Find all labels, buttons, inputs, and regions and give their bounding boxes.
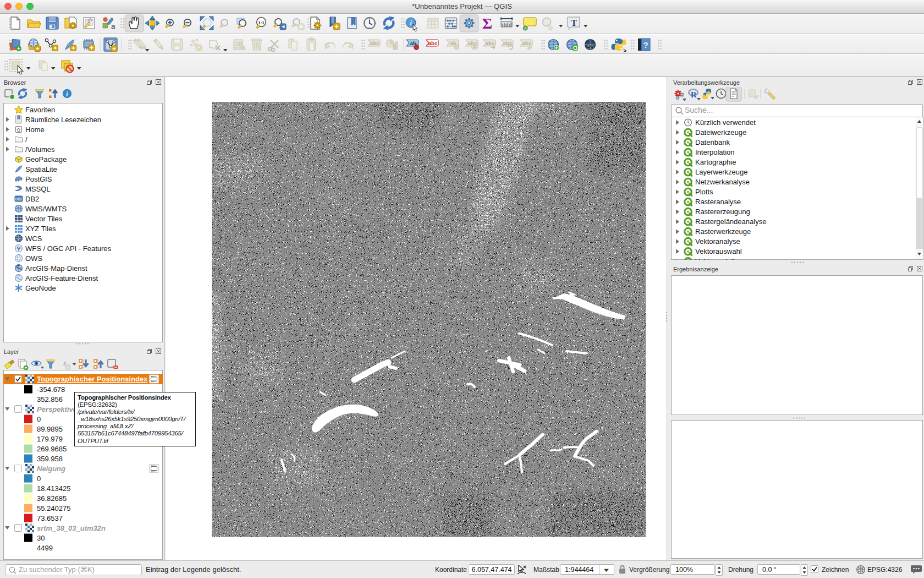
svg-text:abc: abc (428, 40, 437, 46)
svg-text:srtm_38_03_utm32n: srtm_38_03_utm32n (37, 524, 106, 532)
svg-text:SpatiaLite: SpatiaLite (25, 165, 57, 173)
svg-text:/Volumes: /Volumes (25, 145, 55, 154)
svg-text:Home: Home (25, 126, 45, 134)
svg-text:WFS / OGC API - Features: WFS / OGC API - Features (25, 244, 112, 253)
svg-text:GeoPackage: GeoPackage (25, 155, 67, 163)
svg-text:Σ: Σ (482, 15, 492, 32)
svg-text:R: R (691, 90, 697, 99)
svg-text:Dateiwerkzeuge: Dateiwerkzeuge (695, 128, 746, 137)
svg-text:Rastererzeugung: Rastererzeugung (695, 208, 750, 216)
svg-text:Rasterwerkzeuge: Rasterwerkzeuge (695, 227, 751, 236)
svg-text:abc: abc (522, 40, 531, 46)
svg-text:55.240275: 55.240275 (37, 504, 70, 512)
svg-text:89.9895: 89.9895 (37, 425, 63, 433)
svg-text:Netzwerkanalyse: Netzwerkanalyse (695, 178, 750, 186)
svg-text:Vector Tiles: Vector Tiles (25, 215, 63, 223)
svg-text:36.82685: 36.82685 (37, 494, 67, 503)
svg-text:Rasteranalyse: Rasteranalyse (695, 198, 741, 206)
svg-text:?: ? (643, 40, 648, 50)
svg-text:Vektoranalyse: Vektoranalyse (695, 237, 740, 246)
svg-text:269.9685: 269.9685 (37, 445, 67, 453)
svg-text:-354.678: -354.678 (37, 385, 65, 394)
svg-text:a: a (111, 22, 116, 30)
svg-text:OWS: OWS (25, 254, 42, 263)
svg-text:0: 0 (37, 415, 41, 423)
svg-text:i: i (410, 19, 412, 27)
svg-text:Interpolation: Interpolation (695, 148, 735, 156)
svg-text:Kartographie: Kartographie (695, 158, 736, 166)
svg-text:Topographischer Positionsindex: Topographischer Positionsindex (37, 375, 148, 383)
svg-text:Datenbank: Datenbank (695, 138, 730, 146)
svg-text:PostGIS: PostGIS (25, 175, 52, 183)
svg-text:73.6537: 73.6537 (37, 514, 63, 522)
svg-text:Neigung: Neigung (37, 465, 65, 473)
svg-text:Perspektive: Perspektive (37, 405, 77, 413)
svg-text:Layerwerkzeuge: Layerwerkzeuge (695, 168, 747, 176)
svg-text:XYZ Tiles: XYZ Tiles (25, 225, 56, 233)
svg-text:Vektorerstellung: Vektorerstellung (695, 257, 746, 260)
svg-text:DB2: DB2 (25, 195, 39, 203)
svg-text:abc: abc (370, 40, 379, 46)
svg-text:WMS/WMTS: WMS/WMTS (25, 205, 67, 213)
svg-text:18.413425: 18.413425 (37, 484, 70, 493)
svg-text:Räumliche Lesezeichen: Räumliche Lesezeichen (25, 116, 101, 124)
svg-text:MSSQL: MSSQL (25, 185, 51, 193)
svg-text:T: T (571, 18, 577, 28)
svg-text:Rastergeländeanalyse: Rastergeländeanalyse (695, 217, 766, 226)
svg-text:4499: 4499 (37, 544, 53, 552)
svg-text:30: 30 (37, 534, 45, 542)
svg-text:ArcGIS-Feature-Dienst: ArcGIS-Feature-Dienst (25, 274, 98, 282)
svg-text:Favoriten: Favoriten (25, 106, 55, 114)
svg-text:359.958: 359.958 (37, 455, 63, 463)
svg-text:abc: abc (486, 40, 494, 46)
svg-text:1:1: 1:1 (258, 20, 265, 25)
svg-text:Plotts: Plotts (695, 188, 713, 196)
svg-text:ArcGIS-Map-Dienst: ArcGIS-Map-Dienst (25, 264, 87, 272)
svg-text:GeoNode: GeoNode (25, 284, 56, 292)
svg-text:>: > (623, 48, 626, 54)
svg-text:WCS: WCS (25, 235, 42, 243)
svg-text:/: / (25, 135, 28, 144)
svg-text:352.856: 352.856 (37, 395, 63, 403)
svg-text:Vektorauswahl: Vektorauswahl (695, 247, 742, 255)
svg-text:179.979: 179.979 (37, 435, 63, 443)
svg-text:0: 0 (37, 475, 41, 483)
svg-text:Kürzlich verwendet: Kürzlich verwendet (695, 118, 756, 127)
